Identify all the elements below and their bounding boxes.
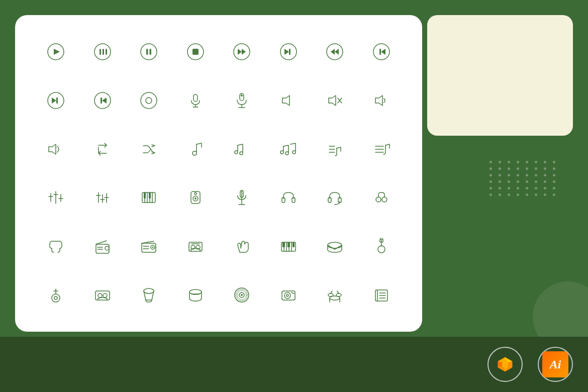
svg-rect-8 <box>150 49 152 55</box>
speaker-icon <box>175 176 217 220</box>
rewind-skip-icon <box>361 30 403 74</box>
svg-rect-16 <box>289 49 290 55</box>
piano-keys-icon <box>128 176 170 220</box>
svg-rect-68 <box>149 192 151 199</box>
volume-off-icon <box>314 79 356 123</box>
svg-point-106 <box>328 242 342 248</box>
svg-point-140 <box>336 293 341 297</box>
pause-icon <box>128 30 170 74</box>
svg-rect-7 <box>146 49 148 55</box>
svg-rect-22 <box>379 49 381 55</box>
svg-marker-18 <box>331 49 335 55</box>
svg-marker-151 <box>508 361 512 367</box>
music-note-icon <box>175 127 217 171</box>
svg-marker-13 <box>242 49 246 55</box>
repeat-icon <box>82 127 124 171</box>
volume-medium-icon <box>35 127 77 171</box>
rewind-icon <box>314 30 356 74</box>
headphones-icon <box>268 176 310 220</box>
svg-point-30 <box>146 97 152 104</box>
svg-marker-152 <box>498 361 502 367</box>
svg-rect-28 <box>101 97 102 104</box>
menu-bar-icon <box>82 30 124 74</box>
svg-rect-4 <box>103 49 104 55</box>
svg-rect-104 <box>287 242 290 247</box>
svg-rect-67 <box>144 192 146 199</box>
earphones-icon <box>361 176 403 220</box>
svg-rect-10 <box>192 49 199 55</box>
stop-icon <box>175 30 217 74</box>
microphone-stand-icon <box>221 79 263 123</box>
svg-point-129 <box>241 294 243 296</box>
music-notes-2-icon <box>221 127 263 171</box>
svg-marker-24 <box>52 97 56 104</box>
music-list-icon <box>361 127 403 171</box>
icons-card <box>15 15 422 332</box>
svg-point-37 <box>241 94 243 96</box>
svg-point-72 <box>194 192 197 194</box>
svg-rect-31 <box>193 94 198 102</box>
record-icon <box>128 79 170 123</box>
svg-rect-83 <box>96 244 109 253</box>
svg-point-112 <box>378 246 385 253</box>
cassette-player-icon <box>175 225 217 268</box>
svg-rect-103 <box>282 242 285 247</box>
play-icon <box>35 30 77 74</box>
svg-rect-25 <box>56 97 58 104</box>
mic-stand-icon <box>221 176 263 220</box>
svg-marker-38 <box>282 95 289 106</box>
svg-rect-105 <box>292 242 295 247</box>
svg-point-133 <box>284 292 290 299</box>
microphone-icon <box>175 79 217 123</box>
previous-icon <box>82 79 124 123</box>
turntable-icon <box>268 273 310 317</box>
bottom-bar: Ai <box>0 337 588 392</box>
earbuds-icon <box>35 225 77 268</box>
rock-hand-icon <box>221 225 263 268</box>
vinyl-icon <box>221 273 263 317</box>
svg-rect-120 <box>95 291 110 300</box>
svg-line-84 <box>96 241 107 244</box>
volume-low-icon <box>361 79 403 123</box>
svg-point-121 <box>98 293 102 298</box>
svg-marker-21 <box>381 49 385 55</box>
svg-line-142 <box>337 291 339 293</box>
fast-forward-icon <box>221 30 263 74</box>
equalizer-2-icon <box>82 176 124 220</box>
svg-line-141 <box>331 291 332 293</box>
shuffle-icon <box>128 127 170 171</box>
volume-mute-icon <box>268 79 310 123</box>
ai-badge-inner: Ai <box>542 351 568 377</box>
svg-marker-15 <box>284 49 289 55</box>
radio-2-icon <box>128 225 170 268</box>
headset-icon <box>314 176 356 220</box>
equalizer-1-icon <box>35 176 77 220</box>
svg-point-119 <box>54 297 57 300</box>
dot-decoration: const dotsContainer = document.querySele… <box>489 161 558 196</box>
sketch-icon <box>494 353 516 375</box>
ai-text: Ai <box>550 358 561 371</box>
guitar-icon <box>361 225 403 268</box>
info-card <box>427 15 573 136</box>
svg-marker-43 <box>49 144 56 154</box>
svg-rect-5 <box>106 49 107 55</box>
svg-point-71 <box>194 198 197 200</box>
svg-rect-88 <box>142 243 156 252</box>
ai-badge: Ai <box>538 347 573 382</box>
playlist-icon <box>314 127 356 171</box>
svg-marker-19 <box>335 49 339 55</box>
sketch-badge <box>487 347 523 382</box>
svg-line-135 <box>291 292 294 293</box>
svg-point-91 <box>152 246 154 248</box>
svg-marker-39 <box>329 95 336 106</box>
svg-point-80 <box>376 197 381 202</box>
svg-point-6 <box>141 44 157 60</box>
svg-marker-12 <box>238 49 242 55</box>
music-book-icon <box>361 273 403 317</box>
svg-marker-27 <box>102 97 107 104</box>
svg-point-85 <box>105 246 109 250</box>
svg-point-122 <box>103 293 107 298</box>
svg-marker-1 <box>54 49 60 55</box>
forward-skip-icon <box>268 30 310 74</box>
next-icon <box>35 79 77 123</box>
